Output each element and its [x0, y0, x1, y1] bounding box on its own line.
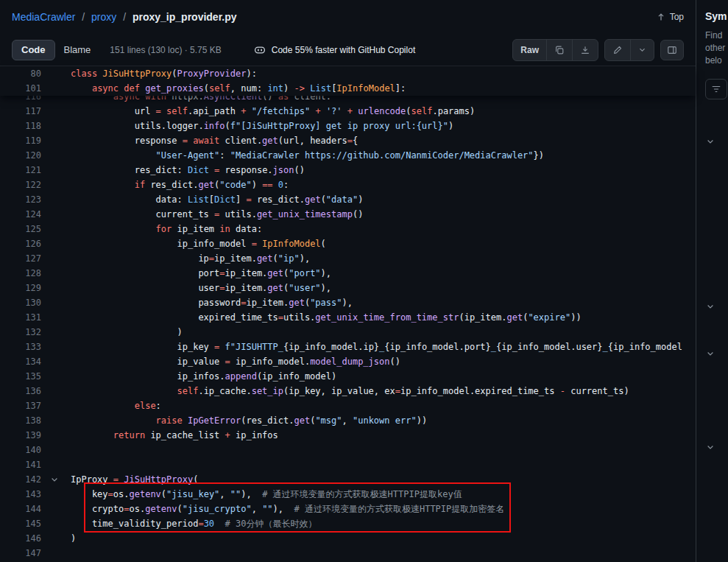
code-line: 134 ip_value = ip_info_model.model_dump_… [0, 354, 696, 369]
breadcrumb-folder-link[interactable]: proxy [91, 11, 116, 23]
edit-dropdown-button[interactable] [630, 40, 654, 60]
line-number[interactable]: 142 [0, 472, 41, 487]
code-text: response = await client.get(url, headers… [71, 133, 696, 148]
tab-blame[interactable]: Blame [55, 40, 100, 60]
symbols-filter-button[interactable] [705, 79, 727, 99]
fold-gutter [41, 133, 71, 148]
code-text: ip_info_model = IpInfoModel( [71, 236, 696, 251]
line-number[interactable]: 128 [0, 266, 41, 281]
code-line: 120 "User-Agent": "MediaCrawler https://… [0, 148, 696, 163]
line-number[interactable]: 138 [0, 413, 41, 428]
code-line: 118 utils.logger.info(f"[JiSuHttpProxy] … [0, 119, 696, 133]
code-text [71, 457, 696, 472]
code-text: raise IpGetError(res_dict.get("msg", "un… [71, 413, 696, 428]
line-number[interactable]: 140 [0, 443, 41, 457]
panel-toggle-icon [667, 45, 677, 55]
line-number[interactable]: 136 [0, 384, 41, 398]
line-number[interactable]: 117 [0, 104, 41, 119]
code-line: 143 key=os.getenv("jisu_key", ""), # 通过环… [0, 487, 696, 502]
line-number[interactable]: 127 [0, 251, 41, 266]
line-number[interactable]: 125 [0, 222, 41, 236]
edit-group [604, 39, 654, 61]
fold-gutter [41, 531, 71, 546]
symbols-panel-toggle-button[interactable] [660, 40, 684, 60]
fold-gutter [41, 502, 71, 516]
line-number[interactable]: 122 [0, 178, 41, 192]
code-line: 80class JiSuHttpProxy(ProxyProvider): [0, 66, 696, 81]
line-number[interactable]: 121 [0, 163, 41, 178]
code-line: 136 self.ip_cache.set_ip(ip_key, ip_valu… [0, 384, 696, 398]
line-number[interactable]: 120 [0, 148, 41, 163]
fold-gutter [41, 119, 71, 133]
line-number[interactable]: 118 [0, 119, 41, 133]
symbols-desc-line: Find [705, 29, 728, 42]
line-number[interactable]: 141 [0, 457, 41, 472]
symbols-desc-line: other [705, 42, 728, 55]
line-number[interactable]: 137 [0, 398, 41, 413]
fold-gutter [41, 192, 71, 207]
line-number[interactable]: 101 [0, 81, 41, 96]
fold-gutter [41, 251, 71, 266]
line-number[interactable]: 145 [0, 516, 41, 531]
download-button[interactable] [572, 40, 598, 60]
fold-gutter [41, 340, 71, 354]
line-number[interactable]: 135 [0, 369, 41, 384]
code-text: ) [71, 325, 696, 340]
code-text: if res_dict.get("code") == 0: [71, 178, 696, 192]
fold-gutter [41, 310, 71, 325]
symbols-desc-line: belo [705, 55, 728, 67]
breadcrumb-repo-link[interactable]: MediaCrawler [12, 11, 75, 23]
code-text: password=ip_item.get("pass"), [71, 295, 696, 310]
fold-gutter [41, 66, 71, 81]
code-view-main: MediaCrawler / proxy / proxy_ip_provider… [0, 0, 696, 562]
line-number[interactable]: 123 [0, 192, 41, 207]
code-text: async with httpx.AsyncClient() as client… [71, 96, 696, 104]
chevron-down-icon[interactable] [706, 137, 715, 146]
raw-button[interactable]: Raw [513, 40, 546, 60]
line-number[interactable]: 147 [0, 546, 41, 561]
line-number[interactable]: 126 [0, 236, 41, 251]
file-header: MediaCrawler / proxy / proxy_ip_provider… [0, 0, 696, 34]
chevron-down-icon[interactable] [706, 443, 715, 452]
edit-button[interactable] [605, 40, 630, 60]
line-number[interactable]: 146 [0, 531, 41, 546]
line-number[interactable]: 144 [0, 502, 41, 516]
line-number[interactable]: 129 [0, 281, 41, 295]
code-line: 117 url = self.api_path + "/fetchips" + … [0, 104, 696, 119]
line-number[interactable]: 143 [0, 487, 41, 502]
copilot-text: Code 55% faster with GitHub Copilot [272, 45, 415, 55]
line-number[interactable]: 134 [0, 354, 41, 369]
line-number[interactable]: 139 [0, 428, 41, 443]
line-number[interactable]: 130 [0, 295, 41, 310]
code-text: async def get_proxies(self, num: int) ->… [71, 81, 696, 96]
line-number[interactable]: 80 [0, 66, 41, 81]
copy-button[interactable] [546, 40, 572, 60]
fold-gutter [41, 457, 71, 472]
tab-code[interactable]: Code [12, 40, 55, 60]
fold-gutter [41, 295, 71, 310]
line-number[interactable]: 116 [0, 96, 41, 104]
line-number[interactable]: 131 [0, 310, 41, 325]
copilot-banner[interactable]: Code 55% faster with GitHub Copilot [254, 44, 415, 56]
filter-icon [711, 84, 721, 94]
copilot-icon [254, 44, 266, 56]
chevron-down-icon[interactable] [706, 349, 715, 358]
code-line: 128 port=ip_item.get("port"), [0, 266, 696, 281]
back-to-top-link[interactable]: Top [656, 12, 684, 22]
fold-gutter [41, 104, 71, 119]
raw-actions-group: Raw [512, 39, 598, 61]
fold-gutter [41, 487, 71, 502]
code-line: 124 current_ts = utils.get_unix_timestam… [0, 207, 696, 222]
code-text: ) [71, 531, 696, 546]
fold-gutter [41, 413, 71, 428]
line-number[interactable]: 119 [0, 133, 41, 148]
symbols-panel-title: Sym [705, 10, 728, 22]
chevron-down-icon[interactable] [706, 302, 715, 311]
line-number[interactable]: 124 [0, 207, 41, 222]
code-text: data: List[Dict] = res_dict.get("data") [71, 192, 696, 207]
line-number[interactable]: 132 [0, 325, 41, 340]
fold-gutter [41, 398, 71, 413]
line-number[interactable]: 133 [0, 340, 41, 354]
fold-chevron-icon[interactable] [41, 472, 71, 487]
code-line: 137 else: [0, 398, 696, 413]
